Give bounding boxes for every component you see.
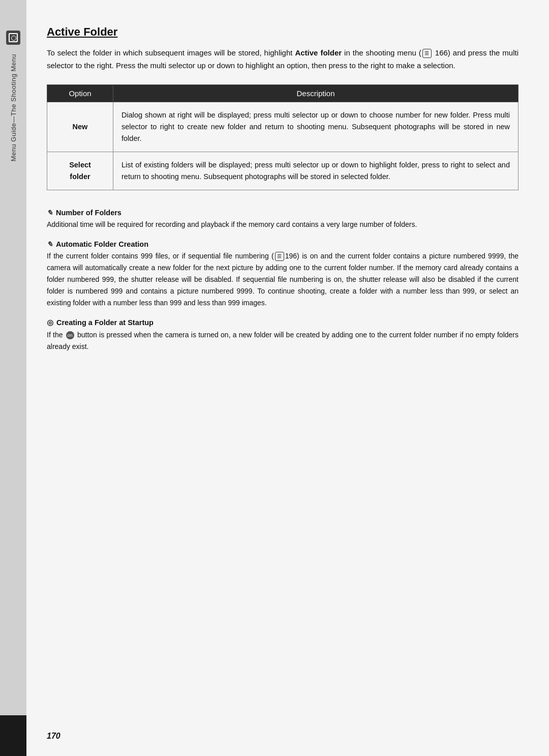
note-text-1: Additional time will be required for rec… <box>47 219 518 230</box>
option-new: New <box>47 102 113 152</box>
table-header-option: Option <box>47 84 113 102</box>
page-wrapper: Menu Guide—The Shooting Menu Active Fold… <box>0 0 549 756</box>
note-label-2: Automatic Folder Creation <box>56 240 148 248</box>
pencil-icon-2: ✎ <box>47 240 53 248</box>
desc-select-folder: List of existing folders will be display… <box>113 152 518 190</box>
notes-section: ✎ Number of Folders Additional time will… <box>47 209 518 353</box>
options-table: Option Description New Dialog shown at r… <box>47 84 518 191</box>
sidebar-black-bar <box>0 715 26 756</box>
menu-ref-icon-2: ☰ <box>275 252 284 261</box>
main-content: Active Folder To select the folder in wh… <box>26 0 549 756</box>
sidebar-label: Menu Guide—The Shooting Menu <box>10 54 17 161</box>
camera-icon: ◎ <box>47 318 53 327</box>
desc-new: Dialog shown at right will be displayed;… <box>113 102 518 152</box>
menu-icon-inner <box>9 33 18 42</box>
note-text-2: If the current folder contains 999 files… <box>47 250 518 309</box>
note-number-of-folders: ✎ Number of Folders Additional time will… <box>47 209 518 230</box>
table-header-desc: Description <box>113 84 518 102</box>
intro-ref: 166 <box>435 48 448 57</box>
menu-icon <box>6 31 20 45</box>
menu-ref-icon: ☰ <box>422 49 432 58</box>
note-label-1: Number of Folders <box>56 209 121 217</box>
on-button-icon: on <box>66 331 74 339</box>
table-row: Selectfolder List of existing folders wi… <box>47 152 518 190</box>
note-title-auto-folder: ✎ Automatic Folder Creation <box>47 240 518 248</box>
note-ref-2: 196 <box>285 252 297 260</box>
note-title-startup: ◎ Creating a Folder at Startup <box>47 318 518 327</box>
option-select-folder: Selectfolder <box>47 152 113 190</box>
page-number: 170 <box>47 732 60 741</box>
sidebar: Menu Guide—The Shooting Menu <box>0 0 26 756</box>
note-text-3: If the on button is pressed when the cam… <box>47 329 518 353</box>
note-auto-folder: ✎ Automatic Folder Creation If the curre… <box>47 240 518 309</box>
note-label-3: Creating a Folder at Startup <box>56 318 154 327</box>
pencil-icon-1: ✎ <box>47 209 53 217</box>
page-title: Active Folder <box>47 25 518 39</box>
note-title-number-of-folders: ✎ Number of Folders <box>47 209 518 217</box>
table-row: New Dialog shown at right will be displa… <box>47 102 518 152</box>
intro-paragraph: To select the folder in which subsequent… <box>47 47 518 72</box>
note-create-folder-startup: ◎ Creating a Folder at Startup If the on… <box>47 318 518 353</box>
